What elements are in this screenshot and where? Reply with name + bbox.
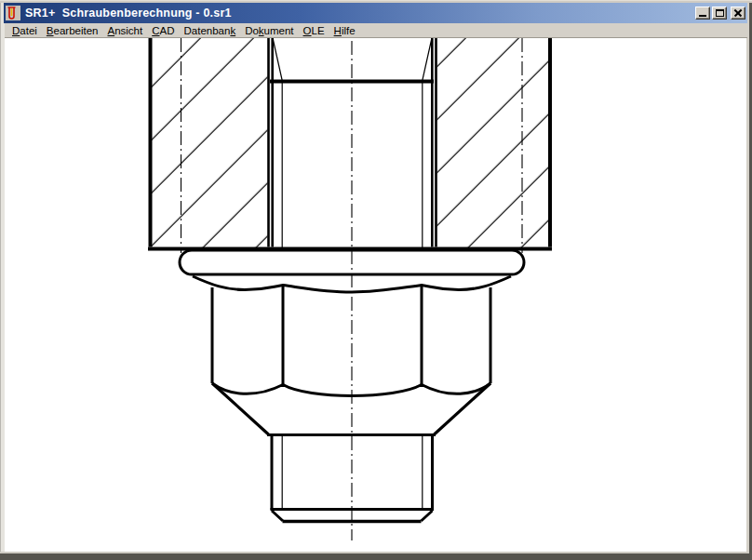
sr1-app-icon[interactable] [6, 6, 20, 20]
menu-item-dokument[interactable]: Dokument [240, 24, 298, 37]
close-button[interactable] [731, 7, 745, 20]
menu-item-hilfe[interactable]: Hilfe [329, 24, 360, 37]
maximize-icon [716, 9, 724, 17]
menu-item-cad[interactable]: CAD [147, 24, 179, 37]
menu-bar: Datei Bearbeiten Ansicht CAD Datenbank D… [5, 23, 747, 38]
window-controls [695, 7, 745, 20]
title-bar[interactable]: SR1+ Schraubenberechnung - 0.sr1 [4, 3, 747, 23]
menu-item-datei[interactable]: Datei [7, 24, 42, 37]
menu-item-ole[interactable]: OLE [299, 24, 329, 37]
maximize-button[interactable] [712, 7, 727, 20]
hatched-part-left [152, 38, 268, 248]
window-title: SR1+ Schraubenberechnung - 0.sr1 [25, 7, 232, 20]
app-window: SR1+ Schraubenberechnung - 0.sr1 Datei B… [0, 0, 752, 560]
cad-viewport[interactable] [5, 38, 746, 552]
minimize-button[interactable] [695, 7, 710, 20]
minimize-icon [699, 15, 706, 17]
resize-edge-bottom[interactable] [0, 552, 749, 560]
menu-item-datenbank[interactable]: Datenbank [180, 24, 241, 37]
bolted-joint-drawing [5, 38, 746, 552]
menu-item-ansicht[interactable]: Ansicht [103, 24, 148, 37]
hatched-part-right [437, 38, 549, 248]
menu-item-bearbeiten[interactable]: Bearbeiten [42, 24, 103, 37]
